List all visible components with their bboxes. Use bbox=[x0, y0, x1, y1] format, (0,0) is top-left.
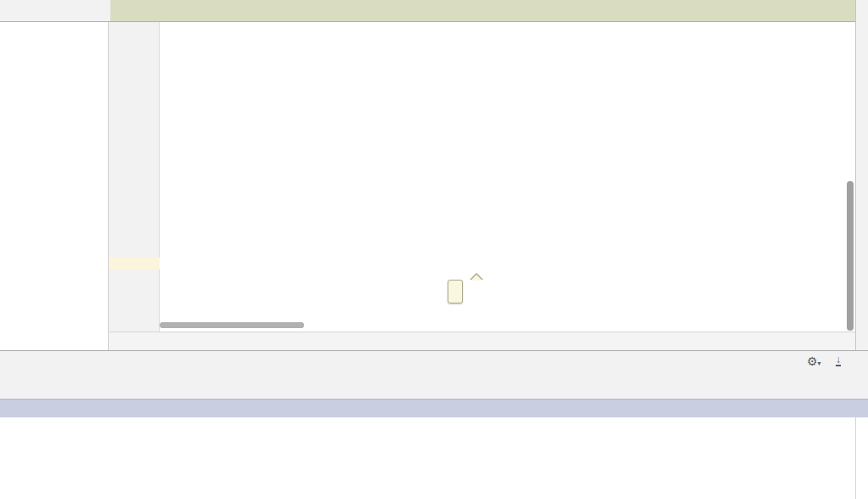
debug-tool-window: ⚙▾ ↓ bbox=[0, 350, 868, 499]
variables-list bbox=[0, 417, 855, 499]
pycharm-debug-window: ⚙▾ ↓ bbox=[0, 0, 868, 499]
horizontal-scrollbar[interactable] bbox=[160, 322, 304, 328]
file-tabs bbox=[110, 0, 855, 21]
debug-tab-strip: ⚙▾ ↓ bbox=[0, 352, 868, 371]
left-file-list-panel bbox=[0, 22, 109, 350]
value-tooltip bbox=[448, 280, 463, 303]
editor-gutter bbox=[109, 22, 160, 332]
breakpoint-gutter-highlight bbox=[109, 258, 160, 270]
restore-layout-icon[interactable]: ↓ bbox=[836, 354, 841, 366]
debug-settings-gear-icon[interactable]: ⚙▾ bbox=[807, 354, 821, 368]
editor-tab-bar bbox=[0, 0, 855, 22]
right-tool-window-bar bbox=[855, 0, 868, 350]
breadcrumb[interactable] bbox=[109, 332, 855, 350]
vertical-scrollbar[interactable] bbox=[847, 181, 854, 331]
debug-stepping-toolbar bbox=[0, 371, 868, 398]
variables-scrollbar-track[interactable] bbox=[855, 417, 868, 499]
variables-header bbox=[0, 399, 868, 417]
code-editor[interactable] bbox=[109, 22, 855, 332]
panel-header-toolbar bbox=[0, 0, 110, 21]
tooltip-arrow bbox=[471, 275, 482, 281]
